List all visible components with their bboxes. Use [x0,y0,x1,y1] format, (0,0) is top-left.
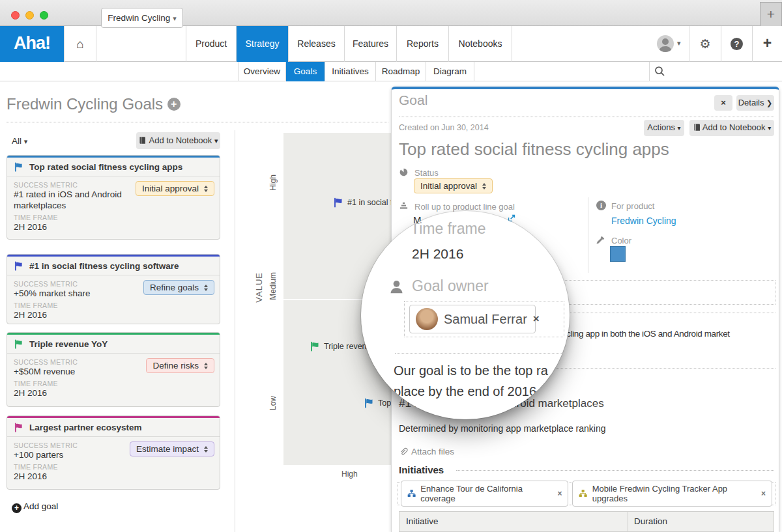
chevron-down-icon: ▾ [768,124,771,132]
subtab-roadmap[interactable]: Roadmap [375,62,426,81]
subtab-diagram[interactable]: Diagram [426,62,474,81]
chevron-down-icon: ▾ [678,124,681,132]
goal-card[interactable]: #1 in social fitness cycling software SU… [7,254,220,324]
up-down-arrows-icon [204,363,208,369]
tab-notebooks[interactable]: Notebooks [448,26,512,62]
chevron-down-icon: ▾ [24,137,28,145]
up-down-arrows-icon [204,186,208,192]
success-metric-value: #1 rated in iOS and Android marketplaces [14,189,147,211]
initiatives-divider [456,470,774,471]
workspace-selector-label: Fredwin Cycling [108,13,170,23]
actions-button[interactable]: Actions ▾ [644,120,684,136]
close-panel-button[interactable]: × [714,95,732,111]
for-product-link[interactable]: Fredwin Cycling [611,216,676,226]
home-icon[interactable]: ⌂ [64,26,96,62]
subnav-divider [649,62,650,81]
lens-goal-owner-label: Goal owner [412,277,489,295]
flag-icon [14,423,23,432]
chart-point[interactable]: #1 in social fi [333,197,394,208]
goal-card-title: Largest partner ecosystem [29,423,142,432]
attach-files-link[interactable]: Attach files [399,447,454,456]
time-frame-label: TIME FRAME [14,301,213,309]
time-frame-label: TIME FRAME [14,214,213,221]
tab-product[interactable]: Product [186,26,236,62]
table-col-divider [628,512,628,532]
initiatives-table-header: Initiative Duration [399,511,774,532]
panel-status-dropdown[interactable]: Initial approval [414,178,493,193]
tab-features[interactable]: Features [344,26,396,62]
details-button[interactable]: Details ❯ [736,95,774,111]
sidebar-add-to-notebook-button[interactable]: Add to Notebook ▾ [136,132,220,149]
goal-card[interactable]: Top rated social fitness cycling apps SU… [7,155,220,240]
up-down-arrows-icon [204,446,208,453]
initiative-chip[interactable]: Enhance Tour de California coverage × [401,481,568,507]
panel-column-divider [588,197,588,273]
user-avatar[interactable] [657,35,674,52]
status-dropdown[interactable]: Estimate impact [130,441,214,456]
status-label: Status [414,168,439,178]
chevron-right-icon: ❯ [766,99,772,107]
tab-reports[interactable]: Reports [396,26,448,62]
time-frame-value: 2H 2016 [14,309,213,320]
goal-filter-dropdown[interactable]: All ▾ [12,136,27,146]
owner-chip[interactable]: Samual Ferrar × [409,305,536,333]
flag-icon [14,339,23,349]
initiative-icon [407,489,416,498]
plus-circle-icon: + [12,503,22,513]
search-icon[interactable] [654,66,665,77]
chevron-down-icon: ▾ [173,14,177,22]
zoom-window-button[interactable] [40,11,48,20]
remove-chip-icon[interactable]: × [761,489,766,498]
tab-releases[interactable]: Releases [288,26,344,62]
status-dropdown[interactable]: Initial approval [136,181,214,196]
chart-x-tick-high: High [341,469,358,479]
goal-card[interactable]: Largest partner ecosystem SUCCESS METRIC… [7,415,220,490]
panel-header-divider [399,117,774,117]
new-tab-button[interactable]: + [760,2,782,26]
subtab-overview[interactable]: Overview [238,62,285,81]
tab-strategy[interactable]: Strategy [236,26,288,62]
chart-y-tick-high: High [268,175,278,191]
user-menu-caret-icon[interactable]: ▾ [677,39,681,48]
table-col-initiative: Initiative [406,516,439,526]
panel-title: Goal [399,92,427,108]
status-dropdown[interactable]: Define risks [146,358,214,373]
status-dropdown[interactable]: Refine goals [143,280,214,295]
subtab-initiatives[interactable]: Initiatives [325,62,375,81]
remove-chip-icon[interactable]: × [557,489,562,498]
goal-card-title: #1 in social fitness cycling software [29,261,179,271]
status-gauge-icon [399,167,409,177]
settings-gear-icon[interactable]: ⚙ [689,26,721,62]
add-goal-plus-icon[interactable]: + [167,98,181,111]
help-icon[interactable]: ? [721,26,752,62]
subtab-goals[interactable]: Goals [285,62,325,81]
initiatives-field[interactable]: Enhance Tour de California coverage × Mo… [398,482,775,505]
add-new-icon[interactable]: + [752,26,782,62]
minimize-window-button[interactable] [25,11,34,20]
close-window-button[interactable] [11,11,20,20]
panel-add-to-notebook-button[interactable]: Add to Notebook ▾ [689,120,774,136]
owner-name: Samual Ferrar [444,312,527,327]
goal-card[interactable]: Triple revenue YoY SUCCESS METRIC +$50M … [7,332,220,407]
color-swatch[interactable] [610,246,626,262]
time-frame-value: 2H 2016 [14,471,213,482]
paperclip-icon [399,447,408,456]
eyedropper-icon [596,235,605,245]
time-frame-value: 2H 2016 [14,221,213,232]
initiative-chip[interactable]: Mobile Fredwin Cycling Tracker App upgra… [572,481,772,507]
aha-logo[interactable]: Aha! [0,26,64,62]
flag-icon [14,261,23,271]
flag-icon [14,162,23,172]
add-goal-link[interactable]: + Add goal [12,501,58,513]
title-divider [7,122,388,122]
initiative-icon [579,489,587,498]
workspace-selector[interactable]: Fredwin Cycling ▾ [101,8,183,28]
up-down-arrows-icon [482,183,486,189]
success-metric-value: +100 parters [14,449,147,460]
remove-owner-icon[interactable]: × [533,313,540,326]
chart-point[interactable]: Top [364,398,391,408]
up-down-arrows-icon [204,285,208,291]
lens-description-line2: place by the end of 2016 [394,384,536,399]
app-window: + Aha! ⌂ Fredwin Cycling ▾ Product Strat… [0,0,782,532]
info-icon: i [596,201,606,210]
